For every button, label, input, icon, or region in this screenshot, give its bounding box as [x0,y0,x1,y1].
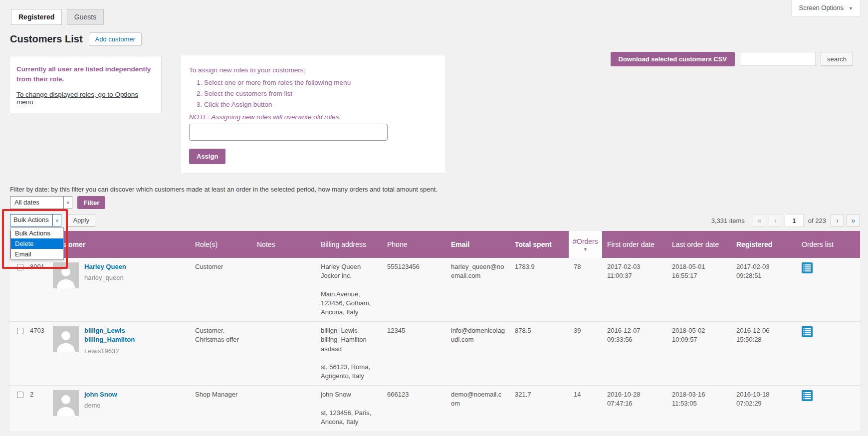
tab-registered[interactable]: Registered [11,9,62,25]
row-checkbox[interactable] [17,264,23,270]
cell-phone: 12345 [382,322,446,386]
date-filter-row: All dates ˅ Filter [10,196,868,209]
first-page-button[interactable]: « [753,214,766,227]
orders-list-icon[interactable] [802,326,813,337]
avatar [53,390,79,416]
options-menu-link[interactable]: To change displayed roles, go to Options… [16,91,154,106]
title-row: Customers List Add customer [10,32,868,46]
assign-roles-panel: To assign new roles to your customers: S… [181,55,446,174]
column-header-first-order-date[interactable]: First order date [602,231,667,258]
column-header-orders-list[interactable]: Orders list [797,231,860,258]
assign-note-text: NOTE: Assigning new roles will overwrite… [189,113,437,121]
customer-name-link[interactable]: john Snow [84,390,117,399]
cell-orders-list [797,386,860,431]
cell-registered: 2016-10-18 07:02:29 [731,386,797,431]
filter-button[interactable]: Filter [77,196,105,209]
chevron-down-icon: ▼ [849,6,853,11]
column-header-orders[interactable]: #Orders▼ [569,231,602,258]
bulk-actions-row: Bulk Actions ˅ Bulk ActionsDeleteEmail A… [10,214,860,227]
column-header-label: Phone [387,240,407,248]
column-header-role-s[interactable]: Role(s) [190,231,252,258]
row-checkbox[interactable] [17,392,23,398]
customer-name-link[interactable]: billign_Lewis billing_Hamilton [84,326,159,344]
cell-total-spent: 878.5 [510,322,569,386]
sort-desc-icon[interactable]: ▼ [571,247,600,252]
chevron-down-icon: ˅ [52,215,61,226]
cell-billing-address: john Snow st, 123456, Paris, Ancona, Ita… [316,386,382,431]
roles-select-input[interactable] [189,124,388,141]
orders-list-icon[interactable] [802,262,813,273]
customer-row: 2john SnowdemoShop Managerjohn Snow st, … [10,386,860,431]
screen-options-label: Screen Options [799,4,844,11]
dropdown-option-bulk-actions[interactable]: Bulk Actions [11,228,63,238]
row-select-cell [10,386,25,431]
column-header-label: First order date [607,240,654,248]
page-title: Customers List [10,33,83,45]
next-page-button[interactable]: › [831,214,844,227]
cell-total-spent: 1783.9 [510,258,569,322]
column-header-notes[interactable]: Notes [252,231,316,258]
total-pages-label: of 223 [806,217,828,224]
csv-search-cluster: Download selected customers CSV search [611,52,853,66]
last-page-button[interactable]: » [847,214,860,227]
row-checkbox[interactable] [17,328,23,334]
column-header-label: #Orders [573,237,598,245]
bulk-actions-select[interactable]: Bulk Actions ˅ [10,214,61,226]
cell-registered: 2017-02-03 09:28:51 [731,258,797,322]
customers-admin-page: Screen Options▼ Registered Guests Custom… [0,0,868,436]
current-page-input[interactable] [785,214,804,227]
cell-orders-list [797,258,860,322]
cell-roles: Customer, Christmas offer [190,322,252,386]
assign-button[interactable]: Assign [189,149,225,164]
column-header-registered[interactable]: Registered [731,231,797,258]
cell-customer: billign_Lewis billing_HamiltonLewis19632 [48,322,190,386]
roles-info-text: Currently all user are listed independen… [16,64,154,84]
download-csv-button[interactable]: Download selected customers CSV [611,52,735,66]
search-button[interactable]: search [821,52,853,66]
customer-name-link[interactable]: Harley Queen [84,262,126,271]
dropdown-option-delete[interactable]: Delete [11,238,63,249]
customer-row: 8001Harley Queenharley_queenCustomerHarl… [10,258,860,322]
cell-billing-address: billign_Lewis billing_Hamilton asdasd st… [316,322,382,386]
cell-first-order-date: 2016-12-07 09:33:56 [602,322,667,386]
cell-billing-address: Harley Queen Jocker inc. Main Avenue, 12… [316,258,382,322]
add-customer-button[interactable]: Add customer [89,32,142,46]
tab-bar: Registered Guests [0,0,868,25]
column-header-label: Email [451,240,469,248]
search-input[interactable] [740,52,816,66]
column-header-last-order-date[interactable]: Last order date [667,231,731,258]
column-header-label: Total spent [515,240,552,248]
cell-phone: 555123456 [382,258,446,322]
column-header-billing-address[interactable]: Billing address [316,231,382,258]
cell-email: harley_queen@noemail.com [446,258,510,322]
date-filter-select[interactable]: All dates ˅ [10,196,72,209]
prev-page-button[interactable]: ‹ [769,214,782,227]
customer-username: harley_queen [84,273,126,282]
column-header-email[interactable]: Email [446,231,510,258]
column-header-label: Notes [257,240,275,248]
orders-list-icon[interactable] [802,390,813,401]
column-header-label: Last order date [672,240,719,248]
cell-orders-count: 39 [569,322,602,386]
column-header-phone[interactable]: Phone [382,231,446,258]
screen-options-button[interactable]: Screen Options▼ [791,0,861,16]
cell-first-order-date: 2017-02-03 11:00:37 [602,258,667,322]
dropdown-option-email[interactable]: Email [11,249,63,259]
bulk-actions-value: Bulk Actions [10,215,52,226]
cell-notes [252,258,316,322]
filter-description: Filter by date: by this filter you can d… [10,186,868,193]
cell-id: 2 [25,386,48,431]
cell-last-order-date: 2018-05-01 16:55:17 [667,258,731,322]
column-header-total-spent[interactable]: Total spent [510,231,569,258]
cell-id: 8001 [25,258,48,322]
cell-orders-count: 14 [569,386,602,431]
date-filter-value: All dates [10,197,63,209]
tab-guests[interactable]: Guests [67,9,104,25]
assign-step: Click the Assign button [204,101,437,108]
apply-button[interactable]: Apply [67,214,95,226]
cell-roles: Customer [190,258,252,322]
avatar [53,262,79,288]
bulk-actions-wrap: Bulk Actions ˅ Bulk ActionsDeleteEmail [10,214,61,226]
column-header-customer[interactable]: Customer [48,231,190,258]
items-count: 3,331 items [711,217,745,224]
